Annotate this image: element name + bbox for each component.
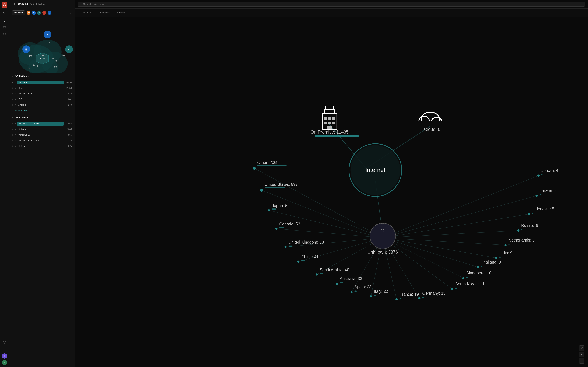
other-count: 2,750 <box>65 87 72 89</box>
svg-point-136 <box>396 298 398 300</box>
winserver-label[interactable]: Windows Server <box>17 92 64 96</box>
add-android-icon[interactable]: + <box>12 103 13 106</box>
os-platforms-header[interactable]: ▼ OS Platforms <box>9 73 75 80</box>
svg-text:720: 720 <box>29 55 32 57</box>
sidebar: Devices 14,811 devices Sources ▾ NEB A ◇… <box>9 0 75 367</box>
svg-point-139 <box>418 297 421 299</box>
remove-winserver-icon[interactable]: ✕ <box>14 93 16 95</box>
ios15-label[interactable]: iOS 15 <box>17 144 64 148</box>
unknown-label[interactable]: Unknown <box>17 127 64 131</box>
svg-rect-2 <box>3 19 6 21</box>
svg-text:15: 15 <box>36 65 38 67</box>
os-platforms-section: ▼ OS Platforms + ✕ Windows 8,955 + ✕ Oth… <box>9 73 75 114</box>
svg-rect-125 <box>320 273 323 274</box>
avatar-d[interactable]: D <box>2 353 7 359</box>
ios-label[interactable]: iOS <box>17 97 64 101</box>
remove-ios-icon[interactable]: ✕ <box>14 98 16 100</box>
winserver2019-count: 720 <box>65 139 72 142</box>
os-platform-ios: + ✕ iOS 841 <box>9 96 75 102</box>
source-a-icon[interactable]: A <box>32 11 36 15</box>
add-ios15-icon[interactable]: + <box>12 145 13 148</box>
svg-rect-15 <box>12 3 15 5</box>
svg-rect-134 <box>374 295 376 296</box>
source-neb-icon[interactable]: NEB <box>26 11 30 15</box>
remove-other-icon[interactable]: ✕ <box>14 87 16 89</box>
page-title: Devices <box>17 2 28 6</box>
svg-rect-119 <box>288 246 293 247</box>
svg-rect-158 <box>521 229 522 230</box>
add-ios-icon[interactable]: + <box>12 98 13 101</box>
add-win10ent-icon[interactable]: + <box>12 122 13 125</box>
remove-windows-icon[interactable]: ✕ <box>14 82 16 84</box>
add-unknown-icon[interactable]: + <box>12 128 13 131</box>
os-releases-header[interactable]: ▼ OS Releases <box>9 114 75 121</box>
source-d-icon[interactable]: ◇ <box>37 11 41 15</box>
remove-ios15-icon[interactable]: ✕ <box>14 145 16 147</box>
bubble-viz-svg: ▲ ⊞ ◇ NEB ⚡ 7.76k 15 720 735 60 1.25k 15… <box>9 17 75 73</box>
tab-list-view[interactable]: List View <box>78 8 94 17</box>
svg-rect-110 <box>265 187 285 188</box>
search-icon <box>79 3 82 5</box>
svg-rect-164 <box>539 194 541 195</box>
svg-rect-92 <box>329 122 331 125</box>
winserver2019-label[interactable]: Windows Server 2019 <box>17 139 64 142</box>
svg-text:Australia: 33: Australia: 33 <box>340 276 362 281</box>
svg-point-127 <box>336 283 338 285</box>
source-r-icon[interactable]: ⚡ <box>42 11 46 15</box>
os-platform-windows: + ✕ Windows 8,955 <box>9 80 75 85</box>
os-platforms-show-more[interactable]: → Show 1 More <box>9 108 75 114</box>
svg-text:45: 45 <box>55 60 57 62</box>
remove-android-icon[interactable]: ✕ <box>14 104 16 106</box>
win10ent-label[interactable]: Windows 10 Enterprise <box>17 122 64 126</box>
tab-network[interactable]: Network <box>113 8 129 17</box>
globe-nav-icon[interactable] <box>1 31 8 37</box>
add-other-icon[interactable]: + <box>12 87 13 90</box>
windows-label[interactable]: Windows <box>17 81 64 84</box>
source-w-icon[interactable]: ⊞ <box>48 11 52 15</box>
svg-point-166 <box>537 175 540 177</box>
svg-point-14 <box>3 348 6 350</box>
svg-text:?: ? <box>4 342 5 343</box>
remove-winserver2019-icon[interactable]: ✕ <box>14 140 16 142</box>
win10-label[interactable]: Windows 10 <box>17 133 64 137</box>
svg-rect-131 <box>354 291 357 292</box>
remove-win10ent-icon[interactable]: ✕ <box>14 123 16 125</box>
svg-text:?: ? <box>381 227 384 235</box>
android-label[interactable]: Android <box>17 103 64 107</box>
radar-nav-icon[interactable] <box>1 24 8 30</box>
ios-count: 841 <box>65 98 72 100</box>
add-winserver-icon[interactable]: + <box>12 92 13 95</box>
remove-unknown-icon[interactable]: ✕ <box>14 128 16 131</box>
add-win10-icon[interactable]: + <box>12 133 13 136</box>
expand-icon[interactable]: ⤢ <box>70 11 72 14</box>
add-winserver2019-icon[interactable]: + <box>12 139 13 142</box>
svg-rect-113 <box>272 209 276 209</box>
other-label[interactable]: Other <box>17 86 64 90</box>
add-windows-icon[interactable]: + <box>12 81 13 84</box>
svg-point-145 <box>462 277 465 279</box>
svg-rect-94 <box>327 126 332 130</box>
os-platform-windows-server: + ✕ Windows Server 1,530 <box>9 91 75 96</box>
sources-button[interactable]: Sources ▾ <box>12 10 25 15</box>
app-logo[interactable] <box>2 2 7 8</box>
svg-text:Italy: 22: Italy: 22 <box>374 289 388 294</box>
devices-nav-icon[interactable] <box>1 17 8 23</box>
avatar-v[interactable]: V <box>2 360 7 365</box>
help-nav-icon[interactable]: ? <box>1 339 8 345</box>
svg-rect-137 <box>399 298 401 299</box>
zoom-reset-button[interactable]: ↺ <box>579 345 585 351</box>
remove-win10-icon[interactable]: ✕ <box>14 134 16 136</box>
svg-text:On-Premise: 11435: On-Premise: 11435 <box>311 130 349 134</box>
svg-point-112 <box>268 209 270 211</box>
win10ent-count: 7,965 <box>65 123 72 125</box>
zoom-out-button[interactable]: − <box>579 358 585 364</box>
svg-text:735: 735 <box>37 53 40 55</box>
tab-geolocation[interactable]: Geolocation <box>94 8 113 17</box>
activity-nav-icon[interactable] <box>1 10 8 16</box>
settings-nav-icon[interactable] <box>1 346 8 352</box>
bubble-viz: ▲ ⊞ ◇ NEB ⚡ 7.76k 15 720 735 60 1.25k 15… <box>9 17 75 73</box>
svg-rect-155 <box>508 244 510 245</box>
zoom-in-button[interactable]: + <box>579 352 585 357</box>
search-input[interactable] <box>83 3 583 5</box>
svg-point-13 <box>4 349 5 350</box>
